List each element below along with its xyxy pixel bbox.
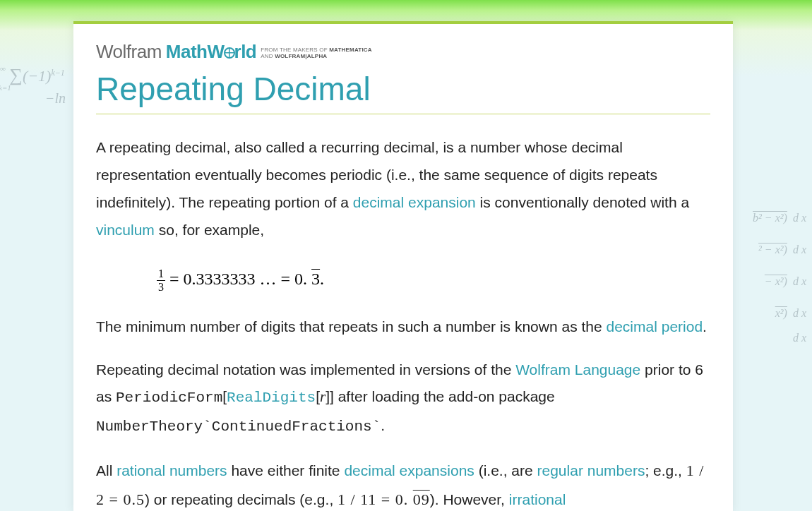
paragraph-1: A repeating decimal, also called a recur… [96, 134, 710, 244]
link-vinculum[interactable]: vinculum [96, 222, 155, 238]
link-rational-numbers[interactable]: rational numbers [117, 462, 227, 479]
link-regular-numbers[interactable]: regular numbers [537, 462, 645, 479]
link-irrational[interactable]: irrational [509, 491, 566, 507]
paragraph-3: Repeating decimal notation was implement… [96, 356, 710, 442]
article-card: Wolfram MathWrld FROM THE MAKERS OF MATH… [73, 21, 733, 511]
page-title: Repeating Decimal [96, 70, 710, 114]
link-realdigits[interactable]: RealDigits [227, 390, 316, 406]
brand-subtitle: FROM THE MAKERS OF MATHEMATICA AND WOLFR… [261, 47, 372, 63]
globe-icon [224, 47, 235, 59]
code-periodicform: PeriodicForm [116, 390, 222, 406]
link-decimal-expansion[interactable]: decimal expansion [353, 194, 476, 210]
link-wolfram-language[interactable]: Wolfram Language [515, 361, 640, 378]
paragraph-2: The minimum number of digits that repeat… [96, 313, 710, 341]
brand-bar: Wolfram MathWrld FROM THE MAKERS OF MATH… [96, 41, 710, 63]
article-body: A repeating decimal, also called a recur… [96, 134, 710, 511]
paragraph-4: All rational numbers have either finite … [96, 457, 710, 511]
code-package: NumberTheory`ContinuedFractions` [96, 419, 381, 435]
link-decimal-expansions-2[interactable]: decimal expansions [344, 462, 474, 479]
brand-mathworld[interactable]: MathWrld [166, 41, 256, 63]
brand-wolfram: Wolfram [96, 41, 162, 63]
equation-display: 13 = 0.3333333 … = 0. 3. [96, 259, 710, 313]
link-decimal-period[interactable]: decimal period [607, 318, 703, 335]
